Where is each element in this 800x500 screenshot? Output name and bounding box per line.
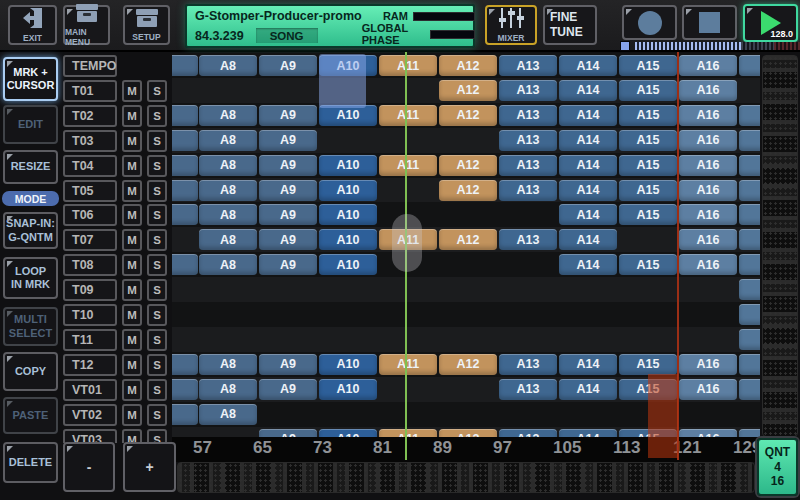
pattern-cell[interactable]: A16 bbox=[679, 379, 737, 400]
track-name-button[interactable]: T02 bbox=[63, 105, 117, 127]
mute-button[interactable]: M bbox=[122, 204, 142, 226]
pattern-cell[interactable]: A15 bbox=[619, 204, 677, 225]
pattern-cell[interactable]: A11 bbox=[379, 354, 437, 375]
pattern-cell[interactable]: A9 bbox=[259, 354, 317, 375]
pattern-cell[interactable]: A8 bbox=[199, 105, 257, 126]
pattern-cell[interactable]: A9 bbox=[259, 130, 317, 151]
solo-button[interactable]: S bbox=[147, 379, 167, 401]
pattern-cell[interactable]: A8 bbox=[199, 155, 257, 176]
solo-button[interactable]: S bbox=[147, 279, 167, 301]
pattern-cell[interactable]: A14 bbox=[559, 254, 617, 275]
mode-indicator[interactable]: SONG bbox=[256, 28, 318, 43]
pattern-cell[interactable]: A11 bbox=[379, 429, 437, 438]
pattern-cell[interactable]: A13 bbox=[499, 180, 557, 201]
solo-button[interactable]: S bbox=[147, 354, 167, 376]
pattern-cell[interactable]: A15 bbox=[619, 155, 677, 176]
pattern-cell[interactable]: A10 bbox=[319, 180, 377, 201]
main-menu-button[interactable]: MAIN MENU bbox=[63, 5, 110, 45]
mute-button[interactable]: M bbox=[122, 180, 142, 202]
pattern-cell[interactable]: A11 bbox=[379, 155, 437, 176]
pattern-cell[interactable]: A8 bbox=[199, 254, 257, 275]
mute-button[interactable]: M bbox=[122, 379, 142, 401]
pattern-cell[interactable] bbox=[172, 379, 198, 400]
record-button[interactable] bbox=[622, 5, 677, 40]
sidebar-item-copy[interactable]: COPY bbox=[3, 352, 58, 391]
pattern-cell[interactable] bbox=[172, 105, 198, 126]
solo-button[interactable]: S bbox=[147, 155, 167, 177]
pattern-cell[interactable]: A14 bbox=[559, 180, 617, 201]
pattern-cell[interactable]: A15 bbox=[619, 80, 677, 101]
sidebar-item-paste[interactable]: PASTE bbox=[3, 397, 58, 434]
pattern-cell[interactable]: A8 bbox=[199, 130, 257, 151]
pattern-cell[interactable]: A16 bbox=[679, 229, 737, 250]
pattern-cell[interactable]: A13 bbox=[499, 379, 557, 400]
solo-button[interactable]: S bbox=[147, 105, 167, 127]
solo-button[interactable]: S bbox=[147, 404, 167, 426]
pattern-cell[interactable]: A13 bbox=[499, 55, 557, 76]
solo-button[interactable]: S bbox=[147, 254, 167, 276]
pattern-cell[interactable]: A15 bbox=[619, 55, 677, 76]
pattern-cell[interactable]: A15 bbox=[619, 379, 677, 400]
mute-button[interactable]: M bbox=[122, 254, 142, 276]
pattern-cell[interactable]: A16 bbox=[679, 354, 737, 375]
pattern-cell[interactable]: A10 bbox=[319, 379, 377, 400]
track-name-button[interactable]: T01 bbox=[63, 80, 117, 102]
pattern-cell[interactable]: A9 bbox=[259, 105, 317, 126]
track-name-button[interactable]: T11 bbox=[63, 329, 117, 351]
pattern-cell[interactable] bbox=[739, 55, 760, 76]
pattern-cell[interactable]: A14 bbox=[559, 379, 617, 400]
pattern-cell[interactable]: A8 bbox=[199, 229, 257, 250]
pattern-cell[interactable] bbox=[172, 180, 198, 201]
pattern-cell[interactable]: A11 bbox=[379, 229, 437, 250]
track-name-button[interactable]: T04 bbox=[63, 155, 117, 177]
pattern-cell[interactable] bbox=[739, 379, 760, 400]
setup-button[interactable]: SETUP bbox=[123, 5, 170, 45]
pattern-cell[interactable]: A14 bbox=[559, 429, 617, 438]
mute-button[interactable]: M bbox=[122, 130, 142, 152]
mute-button[interactable]: M bbox=[122, 229, 142, 251]
sidebar-item-mrk-cursor[interactable]: MRK + CURSOR bbox=[3, 57, 58, 101]
pattern-cell[interactable]: A12 bbox=[439, 354, 497, 375]
pattern-cell[interactable]: A13 bbox=[499, 429, 557, 438]
quantize-button[interactable]: QNT416 bbox=[757, 438, 798, 496]
pattern-cell[interactable]: A14 bbox=[559, 229, 617, 250]
pattern-cell[interactable]: A12 bbox=[439, 429, 497, 438]
pattern-cell[interactable]: A14 bbox=[559, 105, 617, 126]
pattern-cell[interactable]: A8 bbox=[199, 404, 257, 425]
pattern-cell[interactable]: A9 bbox=[259, 55, 317, 76]
fine-tune-button[interactable]: FINE TUNE bbox=[543, 5, 597, 45]
pattern-cell[interactable]: A14 bbox=[559, 155, 617, 176]
pattern-cell[interactable]: A9 bbox=[259, 379, 317, 400]
horizontal-scrollbar[interactable] bbox=[177, 462, 755, 493]
song-arranger-grid[interactable]: A8A9A10A11A12A13A14A15A16A12A13A14A15A16… bbox=[172, 53, 760, 437]
stop-button[interactable] bbox=[682, 5, 737, 40]
track-lane[interactable] bbox=[172, 402, 760, 427]
zoom-out-button[interactable]: - bbox=[63, 442, 115, 492]
mute-button[interactable]: M bbox=[122, 404, 142, 426]
sidebar-item-loop-in-mrk[interactable]: LOOP IN MRK bbox=[3, 257, 58, 299]
track-name-button[interactable]: VT01 bbox=[63, 379, 117, 401]
pattern-cell[interactable]: A12 bbox=[439, 229, 497, 250]
pattern-cell[interactable]: A9 bbox=[259, 229, 317, 250]
sidebar-item-multi-select[interactable]: MULTI SELECT bbox=[3, 307, 58, 346]
solo-button[interactable]: S bbox=[147, 429, 167, 444]
pattern-cell[interactable]: A10 bbox=[319, 354, 377, 375]
pattern-cell[interactable]: A9 bbox=[259, 429, 317, 438]
pattern-cell[interactable] bbox=[172, 55, 198, 76]
pattern-cell[interactable] bbox=[172, 354, 198, 375]
pattern-cell[interactable]: A10 bbox=[319, 155, 377, 176]
pattern-cell[interactable]: A9 bbox=[259, 155, 317, 176]
pattern-cell[interactable]: A13 bbox=[499, 229, 557, 250]
zoom-in-button[interactable]: + bbox=[123, 442, 176, 492]
pattern-cell[interactable]: A9 bbox=[259, 204, 317, 225]
pattern-cell[interactable]: A14 bbox=[559, 80, 617, 101]
pattern-cell[interactable]: A15 bbox=[619, 254, 677, 275]
vertical-scrollbar[interactable] bbox=[762, 55, 798, 437]
pattern-cell[interactable] bbox=[739, 354, 760, 375]
pattern-cell[interactable]: A16 bbox=[679, 105, 737, 126]
pattern-cell[interactable]: A8 bbox=[199, 354, 257, 375]
pattern-cell[interactable]: A12 bbox=[439, 180, 497, 201]
pattern-cell[interactable] bbox=[172, 204, 198, 225]
pattern-cell[interactable]: A13 bbox=[499, 105, 557, 126]
pattern-cell[interactable]: A15 bbox=[619, 130, 677, 151]
